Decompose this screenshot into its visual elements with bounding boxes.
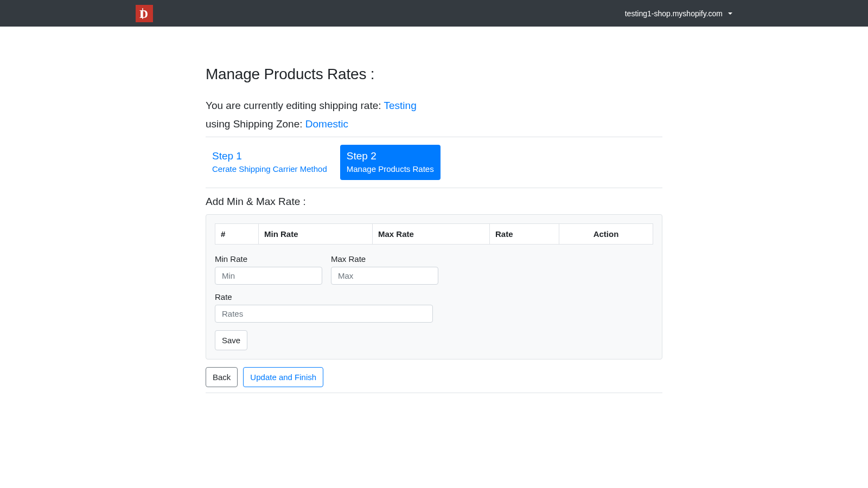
min-rate-label: Min Rate bbox=[215, 254, 322, 264]
step-2-title: Step 2 bbox=[347, 150, 434, 162]
divider bbox=[206, 137, 662, 137]
footer-buttons: Back Update and Finish bbox=[206, 367, 662, 387]
divider bbox=[206, 393, 662, 393]
min-rate-input[interactable] bbox=[215, 267, 322, 285]
max-rate-input[interactable] bbox=[331, 267, 438, 285]
divider bbox=[206, 188, 662, 188]
editing-prefix: You are currently editing shipping rate: bbox=[206, 100, 384, 111]
rate-row: Rate bbox=[215, 292, 653, 323]
min-max-row: Min Rate Max Rate bbox=[215, 254, 653, 285]
step-2-tab[interactable]: Step 2 Manage Products Rates bbox=[340, 145, 441, 180]
th-number: # bbox=[215, 224, 259, 245]
rates-table: # Min Rate Max Rate Rate Action bbox=[215, 223, 653, 245]
min-rate-group: Min Rate bbox=[215, 254, 322, 285]
rate-input[interactable] bbox=[215, 305, 433, 323]
rate-name-link[interactable]: Testing bbox=[384, 100, 417, 111]
step-2-desc: Manage Products Rates bbox=[347, 164, 434, 174]
brand-logo[interactable]: D bbox=[136, 5, 153, 22]
th-max-rate: Max Rate bbox=[373, 224, 490, 245]
editing-info-line1: You are currently editing shipping rate:… bbox=[206, 98, 662, 113]
editing-info-line2: using Shipping Zone: Domestic bbox=[206, 117, 662, 132]
page-title: Manage Products Rates : bbox=[206, 66, 662, 83]
svg-text:D: D bbox=[139, 7, 148, 21]
back-button[interactable]: Back bbox=[206, 367, 238, 387]
update-finish-button[interactable]: Update and Finish bbox=[243, 367, 323, 387]
shop-domain-dropdown[interactable]: testing1-shop.myshopify.com bbox=[625, 9, 732, 18]
rate-label: Rate bbox=[215, 292, 433, 301]
caret-down-icon bbox=[728, 12, 732, 15]
table-header-row: # Min Rate Max Rate Rate Action bbox=[215, 224, 653, 245]
top-navbar: D testing1-shop.myshopify.com bbox=[0, 0, 868, 27]
th-action: Action bbox=[559, 224, 653, 245]
step-1-tab[interactable]: Step 1 Cerate Shipping Carrier Method bbox=[206, 145, 334, 180]
save-button[interactable]: Save bbox=[215, 330, 247, 350]
main-container: Manage Products Rates : You are currentl… bbox=[206, 66, 662, 393]
shop-domain-label: testing1-shop.myshopify.com bbox=[625, 9, 723, 18]
zone-name-link[interactable]: Domestic bbox=[305, 118, 348, 130]
rate-group: Rate bbox=[215, 292, 433, 323]
step-tabs: Step 1 Cerate Shipping Carrier Method St… bbox=[206, 145, 662, 180]
max-rate-label: Max Rate bbox=[331, 254, 438, 264]
rates-panel: # Min Rate Max Rate Rate Action Min Rate… bbox=[206, 214, 662, 359]
section-title: Add Min & Max Rate : bbox=[206, 196, 662, 208]
th-rate: Rate bbox=[490, 224, 559, 245]
step-1-title: Step 1 bbox=[212, 150, 327, 162]
zone-prefix: using Shipping Zone: bbox=[206, 118, 305, 130]
max-rate-group: Max Rate bbox=[331, 254, 438, 285]
th-min-rate: Min Rate bbox=[259, 224, 373, 245]
step-1-desc: Cerate Shipping Carrier Method bbox=[212, 164, 327, 174]
